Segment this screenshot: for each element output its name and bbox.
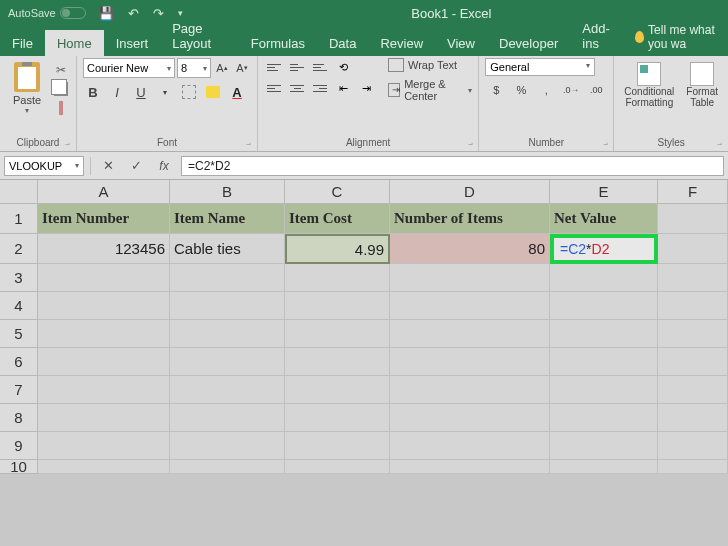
row-header-3[interactable]: 3 xyxy=(0,264,38,292)
tab-review[interactable]: Review xyxy=(368,30,435,56)
row-header-8[interactable]: 8 xyxy=(0,404,38,432)
cell-e6[interactable] xyxy=(550,348,658,376)
row-header-2[interactable]: 2 xyxy=(0,234,38,264)
col-header-e[interactable]: E xyxy=(550,180,658,204)
formula-input[interactable]: =C2*D2 xyxy=(181,156,724,176)
col-header-b[interactable]: B xyxy=(170,180,285,204)
cell-a4[interactable] xyxy=(38,292,170,320)
cell-a5[interactable] xyxy=(38,320,170,348)
cell-c9[interactable] xyxy=(285,432,390,460)
cell-b6[interactable] xyxy=(170,348,285,376)
align-top-button[interactable] xyxy=(264,58,284,76)
cell-c7[interactable] xyxy=(285,376,390,404)
cell-f10[interactable] xyxy=(658,460,728,474)
align-center-button[interactable] xyxy=(287,79,307,97)
cell-c1[interactable]: Item Cost xyxy=(285,204,390,234)
cell-b9[interactable] xyxy=(170,432,285,460)
conditional-formatting-button[interactable]: Conditional Formatting xyxy=(620,58,678,108)
number-format-combo[interactable]: General▾ xyxy=(485,58,595,76)
row-header-4[interactable]: 4 xyxy=(0,292,38,320)
cancel-formula-button[interactable]: ✕ xyxy=(97,156,119,176)
align-right-button[interactable] xyxy=(310,79,330,97)
percent-format-button[interactable]: % xyxy=(510,80,532,100)
format-as-table-button[interactable]: Format Table xyxy=(682,58,722,108)
insert-function-button[interactable]: fx xyxy=(153,156,175,176)
font-size-combo[interactable]: 8▾ xyxy=(177,58,211,78)
tell-me-search[interactable]: Tell me what you wa xyxy=(635,23,728,56)
cell-e1[interactable]: Net Value xyxy=(550,204,658,234)
cell-d5[interactable] xyxy=(390,320,550,348)
cell-d10[interactable] xyxy=(390,460,550,474)
select-all-corner[interactable] xyxy=(0,180,38,204)
cell-d4[interactable] xyxy=(390,292,550,320)
cell-f2[interactable] xyxy=(658,234,728,264)
bold-button[interactable]: B xyxy=(83,82,103,102)
cell-f7[interactable] xyxy=(658,376,728,404)
cell-a10[interactable] xyxy=(38,460,170,474)
undo-icon[interactable]: ↶ xyxy=(128,6,139,21)
cell-d8[interactable] xyxy=(390,404,550,432)
enter-formula-button[interactable]: ✓ xyxy=(125,156,147,176)
decrease-font-button[interactable]: A▾ xyxy=(233,58,251,78)
cell-b2[interactable]: Cable ties xyxy=(170,234,285,264)
fill-color-button[interactable] xyxy=(203,82,223,102)
cell-e5[interactable] xyxy=(550,320,658,348)
col-header-d[interactable]: D xyxy=(390,180,550,204)
cell-d1[interactable]: Number of Items xyxy=(390,204,550,234)
cell-e4[interactable] xyxy=(550,292,658,320)
cell-b8[interactable] xyxy=(170,404,285,432)
col-header-f[interactable]: F xyxy=(658,180,728,204)
cell-d6[interactable] xyxy=(390,348,550,376)
cell-e10[interactable] xyxy=(550,460,658,474)
align-left-button[interactable] xyxy=(264,79,284,97)
tab-insert[interactable]: Insert xyxy=(104,30,161,56)
align-bottom-button[interactable] xyxy=(310,58,330,76)
cell-d7[interactable] xyxy=(390,376,550,404)
row-header-7[interactable]: 7 xyxy=(0,376,38,404)
italic-button[interactable]: I xyxy=(107,82,127,102)
row-header-5[interactable]: 5 xyxy=(0,320,38,348)
decrease-decimal-button[interactable]: .00 xyxy=(585,80,607,100)
tab-view[interactable]: View xyxy=(435,30,487,56)
cell-a8[interactable] xyxy=(38,404,170,432)
cell-a7[interactable] xyxy=(38,376,170,404)
cell-c6[interactable] xyxy=(285,348,390,376)
cell-f8[interactable] xyxy=(658,404,728,432)
cell-b5[interactable] xyxy=(170,320,285,348)
name-box[interactable]: VLOOKUP▾ xyxy=(4,156,84,176)
cell-e8[interactable] xyxy=(550,404,658,432)
cell-a6[interactable] xyxy=(38,348,170,376)
tab-page-layout[interactable]: Page Layout xyxy=(160,15,239,56)
cell-c4[interactable] xyxy=(285,292,390,320)
cell-c3[interactable] xyxy=(285,264,390,292)
cell-c2[interactable]: 4.99 xyxy=(285,234,390,264)
borders-button[interactable] xyxy=(179,82,199,102)
underline-button[interactable]: U xyxy=(131,82,151,102)
autosave-toggle[interactable]: AutoSave xyxy=(8,7,86,19)
decrease-indent-button[interactable]: ⇤ xyxy=(333,79,353,97)
cell-d9[interactable] xyxy=(390,432,550,460)
col-header-c[interactable]: C xyxy=(285,180,390,204)
increase-decimal-button[interactable]: .0→ xyxy=(560,80,582,100)
cell-c8[interactable] xyxy=(285,404,390,432)
cell-d3[interactable] xyxy=(390,264,550,292)
accounting-format-button[interactable]: $ xyxy=(485,80,507,100)
cell-f3[interactable] xyxy=(658,264,728,292)
row-header-6[interactable]: 6 xyxy=(0,348,38,376)
cell-e9[interactable] xyxy=(550,432,658,460)
increase-indent-button[interactable]: ⇥ xyxy=(356,79,376,97)
cell-f5[interactable] xyxy=(658,320,728,348)
comma-format-button[interactable]: , xyxy=(535,80,557,100)
increase-font-button[interactable]: A▴ xyxy=(213,58,231,78)
tab-home[interactable]: Home xyxy=(45,30,104,56)
cell-b10[interactable] xyxy=(170,460,285,474)
format-painter-button[interactable] xyxy=(52,100,70,116)
cell-b1[interactable]: Item Name xyxy=(170,204,285,234)
cell-c5[interactable] xyxy=(285,320,390,348)
cell-b7[interactable] xyxy=(170,376,285,404)
cell-a3[interactable] xyxy=(38,264,170,292)
font-color-button[interactable]: A xyxy=(227,82,247,102)
tab-addins[interactable]: Add-ins xyxy=(570,15,627,56)
cut-button[interactable]: ✂ xyxy=(52,62,70,78)
cell-f9[interactable] xyxy=(658,432,728,460)
